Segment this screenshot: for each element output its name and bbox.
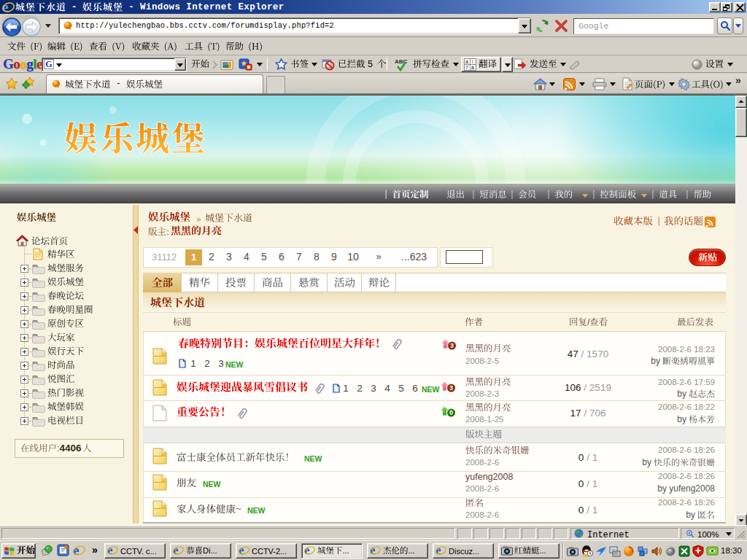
svg-text:0: 0 xyxy=(449,409,453,416)
svg-text:3: 3 xyxy=(450,342,454,349)
svg-text:7: 7 xyxy=(465,65,468,70)
svg-text:a: a xyxy=(465,59,468,64)
svg-text:3: 3 xyxy=(449,384,453,392)
svg-text:ABC: ABC xyxy=(395,58,408,65)
svg-text:à: à xyxy=(471,65,474,70)
